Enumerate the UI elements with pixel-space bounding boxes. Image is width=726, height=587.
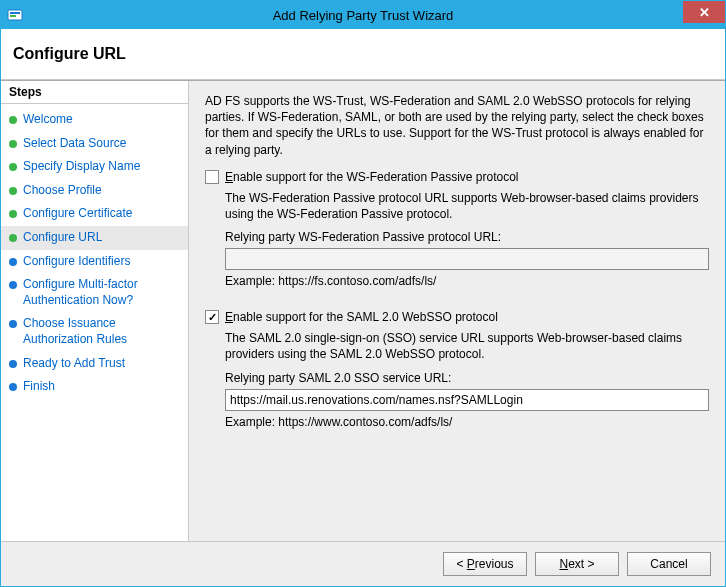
steps-header: Steps (1, 81, 188, 104)
step-label: Welcome (23, 112, 73, 128)
app-icon (7, 7, 23, 23)
saml-url-label: Relying party SAML 2.0 SSO service URL: (225, 371, 709, 385)
step-label: Configure Identifiers (23, 254, 130, 270)
wsfed-description: The WS-Federation Passive protocol URL s… (225, 190, 709, 222)
wsfed-checkbox-label: Enable support for the WS-Federation Pas… (225, 170, 519, 184)
window-title: Add Relying Party Trust Wizard (1, 8, 725, 23)
step-bullet-icon (9, 234, 17, 242)
wsfed-example: Example: https://fs.contoso.com/adfs/ls/ (225, 274, 709, 288)
step-label: Specify Display Name (23, 159, 140, 175)
saml-example: Example: https://www.contoso.com/adfs/ls… (225, 415, 709, 429)
step-label: Configure URL (23, 230, 102, 246)
step-bullet-icon (9, 210, 17, 218)
intro-text: AD FS supports the WS-Trust, WS-Federati… (205, 93, 709, 158)
step-bullet-icon (9, 383, 17, 391)
step-item[interactable]: Welcome (1, 108, 188, 132)
step-bullet-icon (9, 360, 17, 368)
wizard-window: Add Relying Party Trust Wizard ✕ Configu… (0, 0, 726, 587)
step-bullet-icon (9, 116, 17, 124)
next-button[interactable]: Next > (535, 552, 619, 576)
step-bullet-icon (9, 281, 17, 289)
steps-panel: Steps WelcomeSelect Data SourceSpecify D… (1, 81, 189, 541)
step-label: Choose Issuance Authorization Rules (23, 316, 180, 347)
step-item[interactable]: Specify Display Name (1, 155, 188, 179)
saml-checkbox[interactable] (205, 310, 219, 324)
svg-rect-2 (10, 15, 16, 17)
step-item[interactable]: Choose Issuance Authorization Rules (1, 312, 188, 351)
step-label: Configure Certificate (23, 206, 132, 222)
wsfed-url-label: Relying party WS-Federation Passive prot… (225, 230, 709, 244)
footer: < Previous Next > Cancel (1, 541, 725, 586)
saml-checkbox-label: Enable support for the SAML 2.0 WebSSO p… (225, 310, 498, 324)
step-item[interactable]: Configure Certificate (1, 202, 188, 226)
step-item[interactable]: Configure URL (1, 226, 188, 250)
step-item[interactable]: Ready to Add Trust (1, 352, 188, 376)
step-label: Select Data Source (23, 136, 126, 152)
step-bullet-icon (9, 258, 17, 266)
body: Steps WelcomeSelect Data SourceSpecify D… (1, 80, 725, 541)
titlebar: Add Relying Party Trust Wizard ✕ (1, 1, 725, 29)
content-panel: AD FS supports the WS-Trust, WS-Federati… (189, 81, 725, 541)
wsfed-checkbox-row: Enable support for the WS-Federation Pas… (205, 170, 709, 184)
step-item[interactable]: Choose Profile (1, 179, 188, 203)
step-bullet-icon (9, 187, 17, 195)
close-icon: ✕ (699, 5, 710, 20)
saml-block: Enable support for the SAML 2.0 WebSSO p… (205, 310, 709, 428)
step-label: Ready to Add Trust (23, 356, 125, 372)
page-title: Configure URL (13, 45, 713, 63)
step-item[interactable]: Configure Identifiers (1, 250, 188, 274)
wsfed-checkbox[interactable] (205, 170, 219, 184)
step-bullet-icon (9, 320, 17, 328)
saml-url-input[interactable] (225, 389, 709, 411)
saml-checkbox-row: Enable support for the SAML 2.0 WebSSO p… (205, 310, 709, 324)
step-bullet-icon (9, 163, 17, 171)
step-bullet-icon (9, 140, 17, 148)
steps-list: WelcomeSelect Data SourceSpecify Display… (1, 104, 188, 541)
page-header: Configure URL (1, 29, 725, 80)
wsfed-url-input[interactable] (225, 248, 709, 270)
wsfed-block: Enable support for the WS-Federation Pas… (205, 170, 709, 288)
step-label: Finish (23, 379, 55, 395)
step-item[interactable]: Configure Multi-factor Authentication No… (1, 273, 188, 312)
step-label: Choose Profile (23, 183, 102, 199)
step-label: Configure Multi-factor Authentication No… (23, 277, 180, 308)
step-item[interactable]: Select Data Source (1, 132, 188, 156)
previous-button[interactable]: < Previous (443, 552, 527, 576)
step-item[interactable]: Finish (1, 375, 188, 399)
saml-description: The SAML 2.0 single-sign-on (SSO) servic… (225, 330, 709, 362)
svg-rect-1 (10, 12, 20, 14)
cancel-button[interactable]: Cancel (627, 552, 711, 576)
close-button[interactable]: ✕ (683, 1, 725, 23)
